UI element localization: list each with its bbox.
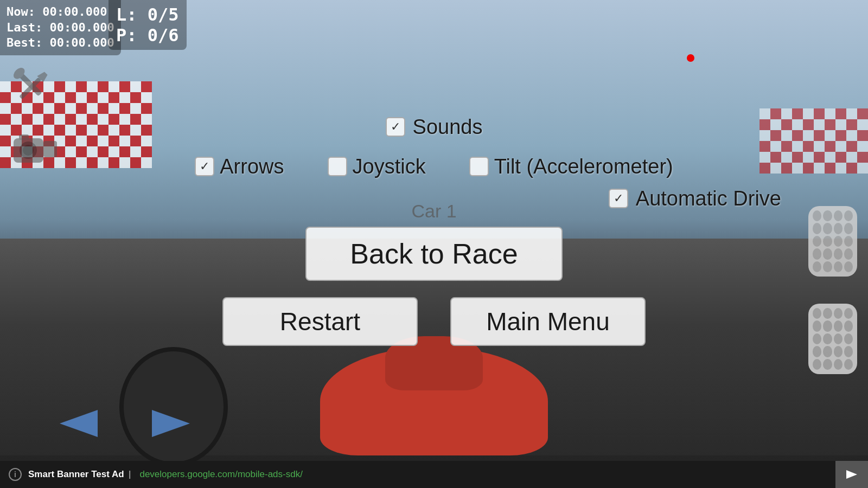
main-menu-button[interactable]: Main Menu <box>450 297 646 346</box>
ad-banner: i Smart Banner Test Ad | developers.goog… <box>0 461 868 488</box>
tilt-label: Tilt (Accelerometer) <box>494 155 673 178</box>
joystick-label: Joystick <box>353 155 426 178</box>
svg-marker-11 <box>846 470 857 479</box>
controls-top-row: ✓ Arrows ✓ Joystick ✓ Tilt (Acceleromete… <box>0 155 868 178</box>
ad-text: Smart Banner Test Ad <box>28 469 124 480</box>
back-to-race-button[interactable]: Back to Race <box>305 227 562 281</box>
sounds-checkbox[interactable]: ✓ <box>386 117 405 137</box>
controls-section: ✓ Arrows ✓ Joystick ✓ Tilt (Acceleromete… <box>0 155 868 210</box>
sounds-row: ✓ Sounds <box>386 115 483 139</box>
arrows-checkbox[interactable]: ✓ <box>195 157 214 176</box>
joystick-container: ✓ Joystick <box>328 155 426 178</box>
ad-arrow-button[interactable] <box>835 461 868 488</box>
auto-drive-row: ✓ Automatic Drive <box>0 187 868 210</box>
menu-overlay: ✓ Sounds ✓ Arrows ✓ Joystick ✓ Tilt (Acc… <box>0 0 868 461</box>
joystick-checkbox[interactable]: ✓ <box>328 157 347 176</box>
ad-link[interactable]: developers.google.com/mobile-ads-sdk/ <box>139 469 303 480</box>
bottom-buttons-row: Restart Main Menu <box>222 297 646 346</box>
arrows-label: Arrows <box>220 155 284 178</box>
ad-separator: | <box>129 469 131 480</box>
ad-info-icon[interactable]: i <box>9 468 22 481</box>
arrows-container: ✓ Arrows <box>195 155 284 178</box>
tilt-container: ✓ Tilt (Accelerometer) <box>469 155 673 178</box>
auto-drive-checkbox[interactable]: ✓ <box>609 189 628 208</box>
restart-button[interactable]: Restart <box>222 297 418 346</box>
sounds-label: Sounds <box>413 115 483 139</box>
tilt-checkbox[interactable]: ✓ <box>469 157 489 176</box>
auto-drive-label: Automatic Drive <box>636 187 781 210</box>
